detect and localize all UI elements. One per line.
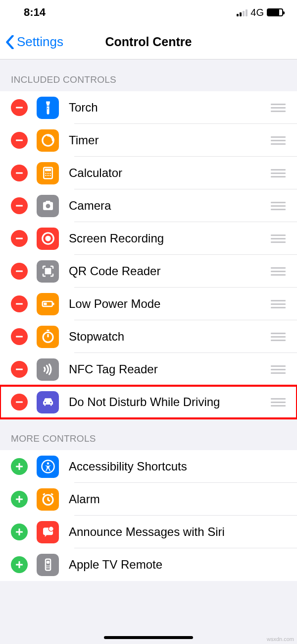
drag-handle[interactable] <box>268 333 288 341</box>
row-label: Timer <box>69 133 268 147</box>
svg-rect-42 <box>19 561 20 568</box>
nfc-icon <box>37 358 59 381</box>
drag-handle[interactable] <box>268 267 288 276</box>
section-header-included: INCLUDED CONTROLS <box>0 59 297 91</box>
remove-button[interactable] <box>11 394 28 410</box>
row-label: Announce Messages with Siri <box>69 525 297 539</box>
row-qr-code-reader[interactable]: QR Code Reader <box>0 255 297 288</box>
row-label: QR Code Reader <box>69 264 268 278</box>
remove-button[interactable] <box>11 361 28 378</box>
svg-point-7 <box>47 173 49 174</box>
battery-icon <box>267 8 283 16</box>
row-accessibility-shortcuts[interactable]: Accessibility Shortcuts <box>0 450 297 483</box>
accessibility-icon <box>37 456 59 478</box>
remove-button[interactable] <box>11 263 28 280</box>
status-indicators: 4G <box>237 7 283 18</box>
svg-point-48 <box>48 567 50 569</box>
add-button[interactable] <box>11 524 28 540</box>
included-controls-list: Torch Timer Calculator Camera Screen Rec… <box>0 91 297 418</box>
drag-handle[interactable] <box>268 169 288 177</box>
svg-rect-20 <box>46 272 48 274</box>
svg-point-33 <box>47 463 49 465</box>
row-camera[interactable]: Camera <box>0 189 297 222</box>
svg-rect-3 <box>16 173 23 174</box>
stopwatch-icon <box>37 326 59 348</box>
drag-handle[interactable] <box>268 202 288 210</box>
remove-button[interactable] <box>11 328 28 345</box>
svg-rect-5 <box>45 169 51 171</box>
row-label: Apple TV Remote <box>69 558 297 572</box>
remove-button[interactable] <box>11 165 28 181</box>
svg-point-13 <box>46 204 50 208</box>
network-label: 4G <box>250 7 264 18</box>
siri-message-icon <box>37 521 59 543</box>
svg-rect-38 <box>19 528 20 535</box>
svg-rect-18 <box>46 269 48 271</box>
svg-rect-24 <box>44 303 47 305</box>
alarm-icon <box>37 488 59 511</box>
add-button[interactable] <box>11 556 28 573</box>
row-label: Accessibility Shortcuts <box>69 460 297 473</box>
row-label: Torch <box>69 101 268 115</box>
drag-handle[interactable] <box>268 365 288 374</box>
back-button[interactable]: Settings <box>0 34 63 50</box>
row-label: Calculator <box>69 166 268 180</box>
svg-rect-28 <box>16 369 23 370</box>
watermark: wsxdn.com <box>267 636 294 642</box>
remove-button[interactable] <box>11 295 28 312</box>
remove-button[interactable] <box>11 230 28 247</box>
svg-point-44 <box>46 561 49 564</box>
svg-point-46 <box>48 565 50 567</box>
svg-rect-14 <box>16 238 23 239</box>
drag-handle[interactable] <box>268 136 288 145</box>
svg-rect-22 <box>16 303 23 305</box>
qr-code-icon <box>37 260 59 283</box>
row-alarm[interactable]: Alarm <box>0 483 297 516</box>
drag-handle[interactable] <box>268 234 288 243</box>
svg-point-45 <box>46 565 48 567</box>
more-controls-list: Accessibility Shortcuts Alarm Announce M… <box>0 450 297 581</box>
calculator-icon <box>37 162 59 184</box>
add-button[interactable] <box>11 458 28 475</box>
row-torch[interactable]: Torch <box>0 91 297 124</box>
svg-rect-25 <box>53 303 54 305</box>
row-label: Camera <box>69 199 268 213</box>
row-calculator[interactable]: Calculator <box>0 157 297 189</box>
drag-handle[interactable] <box>268 104 288 112</box>
row-screen-recording[interactable]: Screen Recording <box>0 222 297 255</box>
home-indicator[interactable] <box>104 636 193 639</box>
svg-rect-12 <box>16 205 23 207</box>
remove-button[interactable] <box>11 132 28 149</box>
screen-recording-icon <box>37 228 59 250</box>
drag-handle[interactable] <box>268 398 288 407</box>
status-time: 8:14 <box>24 6 46 19</box>
svg-point-40 <box>49 527 53 531</box>
svg-rect-0 <box>16 107 23 109</box>
svg-point-10 <box>47 175 49 176</box>
row-nfc-tag-reader[interactable]: NFC Tag Reader <box>0 353 297 386</box>
row-label: Stopwatch <box>69 330 268 344</box>
svg-rect-1 <box>16 140 23 141</box>
torch-icon <box>37 97 59 119</box>
add-button[interactable] <box>11 491 28 508</box>
svg-rect-17 <box>16 271 23 272</box>
cellular-signal-icon <box>237 8 248 16</box>
row-stopwatch[interactable]: Stopwatch <box>0 320 297 353</box>
remove-button[interactable] <box>11 197 28 214</box>
svg-point-6 <box>45 173 47 174</box>
timer-icon <box>37 129 59 152</box>
row-label: NFC Tag Reader <box>69 362 268 376</box>
row-low-power-mode[interactable]: Low Power Mode <box>0 288 297 320</box>
row-label: Low Power Mode <box>69 297 268 311</box>
svg-point-8 <box>50 173 51 174</box>
row-timer[interactable]: Timer <box>0 124 297 157</box>
row-apple-tv-remote[interactable]: Apple TV Remote <box>0 548 297 581</box>
car-icon <box>37 391 59 413</box>
back-label: Settings <box>17 34 63 50</box>
drag-handle[interactable] <box>268 300 288 308</box>
section-header-more: MORE CONTROLS <box>0 418 297 450</box>
svg-rect-29 <box>16 402 23 403</box>
row-dnd-driving[interactable]: Do Not Disturb While Driving <box>0 386 297 418</box>
row-announce-messages-siri[interactable]: Announce Messages with Siri <box>0 516 297 548</box>
remove-button[interactable] <box>11 99 28 116</box>
